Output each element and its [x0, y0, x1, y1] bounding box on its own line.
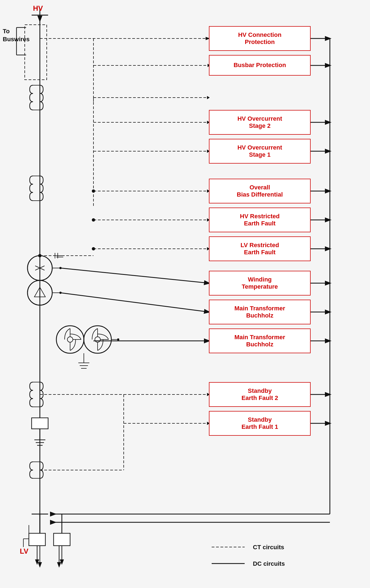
svg-point-60 [67, 337, 73, 342]
ct-circuits-label: CT circuits [253, 544, 284, 551]
dc-circuits-label: DC circuits [253, 560, 285, 567]
bias-diff-box: Overall Bias Differential [209, 179, 311, 203]
svg-rect-98 [29, 533, 45, 546]
standby-ef1-box: Standby Earth Fault 1 [209, 411, 311, 436]
hv-connection-box: HV Connection Protection [209, 26, 311, 51]
svg-rect-84 [32, 418, 48, 429]
svg-line-49 [60, 293, 209, 312]
to-buswires-label: To Buswires [3, 27, 30, 43]
svg-point-113 [92, 247, 95, 250]
buchholz1-box: Main Transformer Buchholz [209, 300, 311, 324]
svg-point-70 [117, 338, 119, 341]
lv-label: LV [20, 547, 28, 556]
hv-oc1-box: HV Overcurrent Stage 1 [209, 139, 311, 164]
winding-temp-box: Winding Temperature [209, 271, 311, 296]
circuit-diagram [0, 0, 370, 588]
diagram: HV To Buswires LV HV Connection Protecti… [0, 0, 370, 588]
svg-point-112 [92, 218, 95, 222]
svg-point-111 [92, 189, 95, 193]
lv-ref-box: LV Restricted Earth Fault [209, 236, 311, 261]
hv-oc2-box: HV Overcurrent Stage 2 [209, 110, 311, 135]
busbar-box: Busbar Protection [209, 55, 311, 76]
svg-point-114 [38, 254, 42, 257]
standby-ef2-box: Standby Earth Fault 2 [209, 382, 311, 407]
svg-marker-18 [207, 96, 210, 99]
svg-rect-99 [54, 533, 70, 546]
buchholz2-box: Main Transformer Buchholz [209, 328, 311, 353]
hv-ref-box: HV Restricted Earth Fault [209, 208, 311, 232]
svg-line-48 [60, 268, 209, 283]
svg-point-65 [95, 337, 100, 342]
hv-label: HV [33, 4, 43, 13]
